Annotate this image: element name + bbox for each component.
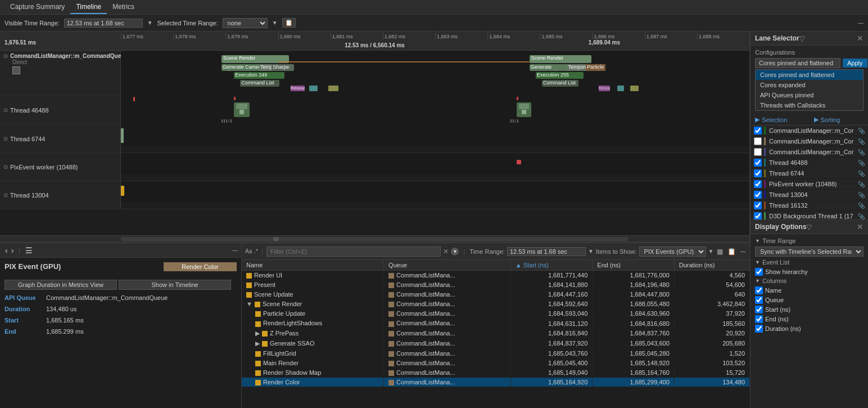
lanes-container[interactable]: ⊙ CommandListManager::m_CommandQueue Dir… bbox=[0, 51, 749, 235]
lane-content-6744[interactable] bbox=[121, 125, 749, 146]
tab-timeline[interactable]: Timeline bbox=[70, 1, 107, 14]
lane-list-check[interactable] bbox=[754, 180, 762, 188]
col-header-queue[interactable]: Queue bbox=[384, 260, 511, 271]
col-header-duration[interactable]: Duration (ns) bbox=[674, 260, 749, 271]
next-event-button[interactable]: › bbox=[10, 246, 16, 255]
table-row[interactable]: ▼Scene RenderCommandListMana...1,684,592… bbox=[242, 299, 750, 309]
lane-pin-icon[interactable]: 📎 bbox=[858, 203, 865, 209]
expand-arrow[interactable]: ▶ bbox=[255, 330, 260, 337]
lane-pin-icon[interactable]: 📎 bbox=[858, 192, 865, 198]
column-check[interactable] bbox=[755, 286, 763, 294]
selected-range-dropdown-arrow[interactable]: ▼ bbox=[272, 20, 278, 26]
column-check[interactable] bbox=[755, 325, 763, 333]
filter-input[interactable] bbox=[266, 246, 441, 257]
lane-list-check[interactable] bbox=[754, 148, 762, 156]
config-option-3[interactable]: Threads with Callstacks bbox=[756, 100, 863, 110]
lane-list-check[interactable] bbox=[754, 169, 762, 177]
copy-time-range-button[interactable]: 📋 bbox=[282, 18, 296, 28]
list-view-button[interactable]: ☰ bbox=[24, 246, 34, 255]
table-row[interactable]: PresentCommandListMana...1,684,141,8801,… bbox=[242, 280, 750, 290]
selected-time-range-select[interactable]: none bbox=[223, 18, 268, 28]
time-range-section-header[interactable]: Time Range bbox=[755, 237, 864, 244]
lane-list-check[interactable] bbox=[754, 212, 762, 219]
config-option-1[interactable]: Cores expanded bbox=[756, 80, 863, 90]
view-toggle-button[interactable]: ▦ bbox=[716, 248, 724, 255]
lane-list-item[interactable]: CommandListManager::m_Cor📎 bbox=[751, 147, 868, 158]
table-row[interactable]: Render Shadow MapCommandListMana...1,685… bbox=[242, 367, 750, 377]
lane-list-item[interactable]: Thread 46488📎 bbox=[751, 158, 868, 168]
config-option-2[interactable]: API Queues pinned bbox=[756, 90, 863, 100]
visible-range-dropdown-arrow[interactable]: ▼ bbox=[147, 20, 153, 26]
collapse-list-button[interactable]: ─ bbox=[739, 248, 747, 255]
render-color-button[interactable]: Render Color bbox=[164, 262, 237, 271]
lane-list-item[interactable]: CommandListManager::m_Cor📎 bbox=[751, 125, 868, 136]
lane-list-check[interactable] bbox=[754, 137, 762, 145]
lane-content-46488[interactable] bbox=[121, 96, 749, 125]
lane-content-gpu[interactable]: Scene Render Generate Camera Velo Tempor… bbox=[121, 51, 749, 96]
tab-metrics[interactable]: Metrics bbox=[107, 1, 140, 14]
columns-section-header[interactable]: Columns bbox=[755, 277, 864, 284]
sorting-header[interactable]: ▶ Sorting bbox=[810, 114, 869, 125]
table-row[interactable]: Render ColorCommandListMana...1,685,164,… bbox=[242, 377, 750, 387]
minimize-timeline-button[interactable]: ─ bbox=[858, 19, 864, 28]
show-hierarchy-check[interactable] bbox=[755, 268, 763, 276]
collapse-detail-button[interactable]: ─ bbox=[232, 246, 238, 255]
table-row[interactable]: Main RenderCommandListMana...1,685,045,4… bbox=[242, 358, 750, 367]
col-header-start[interactable]: ▲ Start (ns) bbox=[510, 260, 592, 271]
copy-list-button[interactable]: 📋 bbox=[726, 248, 737, 255]
table-row[interactable]: Particle UpdateCommandListMana...1,684,5… bbox=[242, 309, 750, 319]
table-row[interactable]: FillLightGridCommandListMana...1,685,043… bbox=[242, 348, 750, 358]
scrollbar-thumb[interactable] bbox=[273, 237, 279, 241]
tab-capture-summary[interactable]: Capture Summary bbox=[4, 1, 70, 14]
display-options-close-button[interactable]: ✕ bbox=[857, 222, 864, 231]
lane-list[interactable]: CommandListManager::m_Cor📎CommandListMan… bbox=[751, 125, 868, 219]
lane-list-item[interactable]: Thread 6744📎 bbox=[751, 168, 868, 179]
lane-pin-icon[interactable]: 📎 bbox=[858, 181, 865, 187]
lane-list-item[interactable]: D3D Background Thread 1 (17📎 bbox=[751, 211, 868, 219]
lane-content-pixworker[interactable] bbox=[121, 153, 749, 174]
lane-content-13004[interactable] bbox=[121, 181, 749, 203]
column-check[interactable] bbox=[755, 315, 763, 323]
scrollbar-track[interactable] bbox=[121, 237, 629, 241]
table-row[interactable]: ▶Z PrePassCommandListMana...1,684,816,84… bbox=[242, 328, 750, 338]
items-dropdown[interactable]: ▼ bbox=[708, 248, 714, 254]
lane-pin-icon[interactable]: 📎 bbox=[858, 128, 865, 134]
lane-list-check[interactable] bbox=[754, 159, 762, 167]
table-row[interactable]: ▶Generate SSAOCommandListMana...1,684,83… bbox=[242, 338, 750, 348]
lane-pin-icon[interactable]: 📎 bbox=[858, 160, 865, 166]
table-row[interactable]: RenderLightShadowsCommandListMana...1,68… bbox=[242, 319, 750, 328]
config-input[interactable] bbox=[755, 58, 840, 68]
lane-pin-icon[interactable]: 📎 bbox=[858, 171, 865, 177]
graph-duration-metrics-button[interactable]: Graph Duration in Metrics View bbox=[4, 280, 117, 290]
filter-time-range-input[interactable] bbox=[507, 247, 586, 256]
column-check[interactable] bbox=[755, 306, 763, 313]
display-options-filter-button[interactable]: ▽ bbox=[806, 223, 812, 231]
time-range-sync-select[interactable]: Sync with Timeline's Selected Range bbox=[755, 246, 864, 257]
filter-clear-button[interactable]: ✕ bbox=[443, 248, 449, 255]
expand-arrow[interactable]: ▼ bbox=[246, 301, 252, 307]
config-option-0[interactable]: Cores pinned and flattened bbox=[756, 70, 863, 80]
lane-pin-icon[interactable]: 📎 bbox=[858, 149, 865, 155]
lane-list-item[interactable]: CommandListManager::m_Cor📎 bbox=[751, 136, 868, 147]
config-apply-button[interactable]: Apply bbox=[843, 59, 867, 68]
timeline-scrollbar[interactable] bbox=[0, 235, 749, 242]
lane-list-check[interactable] bbox=[754, 127, 762, 134]
lane-list-check[interactable] bbox=[754, 191, 762, 199]
col-header-end[interactable]: End (ns) bbox=[593, 260, 674, 271]
visible-time-range-input[interactable] bbox=[64, 19, 143, 28]
lane-selector-close-button[interactable]: ✕ bbox=[857, 34, 864, 43]
filter-down-button[interactable]: ▼ bbox=[451, 248, 459, 255]
table-row[interactable]: Scene UpdateCommandListMana...1,684,447,… bbox=[242, 290, 750, 299]
event-table[interactable]: Name Queue ▲ Start (ns) End (ns) Duratio… bbox=[242, 260, 750, 408]
column-check[interactable] bbox=[755, 296, 763, 304]
show-in-timeline-button[interactable]: Show in Timeline bbox=[119, 280, 231, 290]
lane-list-item[interactable]: Thread 13004📎 bbox=[751, 190, 868, 200]
event-list-section-header[interactable]: Event List bbox=[755, 259, 864, 266]
lane-pin-icon[interactable]: 📎 bbox=[858, 213, 865, 219]
lane-pin-icon[interactable]: 📎 bbox=[858, 138, 865, 145]
items-to-show-select[interactable]: PIX Events (GPU) bbox=[639, 246, 706, 257]
table-row[interactable]: Render UICommandListMana...1,681,771,440… bbox=[242, 271, 750, 280]
lane-list-check[interactable] bbox=[754, 201, 762, 209]
lane-list-item[interactable]: PixEvent worker (10488)📎 bbox=[751, 179, 868, 190]
selection-header[interactable]: ▶ Selection bbox=[751, 114, 810, 125]
